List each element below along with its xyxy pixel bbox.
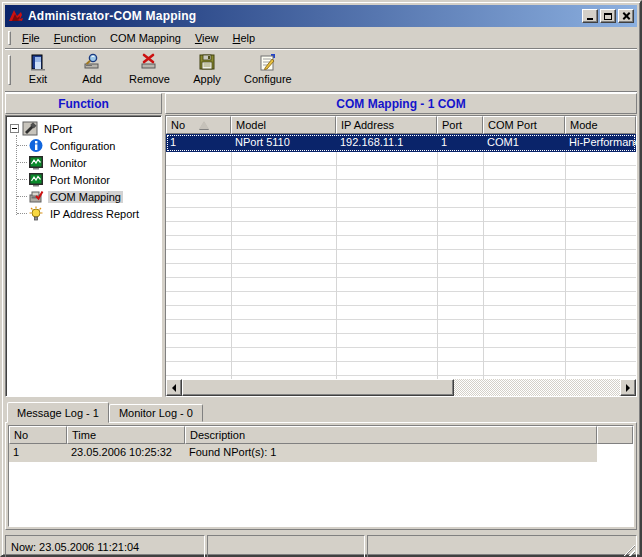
grid-header-row: No Model IP Address Port COM Port Mode <box>166 116 636 134</box>
log-panel: Message Log - 1 Monitor Log - 0 No Time … <box>5 401 637 530</box>
column-header-mode[interactable]: Mode <box>565 116 636 134</box>
tree-label-com-mapping[interactable]: COM Mapping <box>48 191 123 203</box>
minimize-button[interactable] <box>582 9 598 23</box>
log-cell-blank <box>597 444 633 462</box>
toolbar: Exit Add Remove <box>5 49 637 92</box>
cell-mode: Hi-Performance <box>565 134 636 152</box>
configure-label: Configure <box>244 73 292 85</box>
com-mapping-panel: COM Mapping - 1 COM No Model IP Address … <box>165 93 637 397</box>
cell-model: NPort 5110 <box>231 134 336 152</box>
cell-port: 1 <box>437 134 483 152</box>
tree-children: Configuration Monitor <box>28 137 159 222</box>
column-header-port[interactable]: Port <box>437 116 483 134</box>
function-panel: Function NPort <box>5 93 162 397</box>
menu-help[interactable]: Help <box>226 30 263 46</box>
collapse-icon[interactable] <box>10 124 19 133</box>
scrollbar-track[interactable] <box>182 379 620 396</box>
menu-view[interactable]: View <box>188 30 226 46</box>
close-icon <box>619 10 633 22</box>
toolbar-grip[interactable] <box>8 55 11 85</box>
menu-file[interactable]: File <box>15 30 47 46</box>
titlebar[interactable]: Administrator-COM Mapping <box>5 5 637 27</box>
close-button[interactable] <box>618 9 634 23</box>
log-column-header-description[interactable]: Description <box>185 426 597 444</box>
column-header-model[interactable]: Model <box>231 116 336 134</box>
log-cell-no: 1 <box>9 444 67 462</box>
log-column-header-blank[interactable] <box>597 426 633 444</box>
com-mapping-grid: No Model IP Address Port COM Port Mode 1… <box>165 115 637 397</box>
status-panel-3 <box>367 535 637 557</box>
log-column-header-no[interactable]: No <box>9 426 67 444</box>
log-column-header-time[interactable]: Time <box>67 426 185 444</box>
configure-button[interactable]: Configure <box>238 51 298 89</box>
add-label: Add <box>82 73 102 85</box>
exit-icon <box>28 53 48 72</box>
tree-label-ip-address-report[interactable]: IP Address Report <box>48 208 141 220</box>
cell-com-port: COM1 <box>483 134 565 152</box>
app-window: Administrator-COM Mapping File Function … <box>0 0 642 557</box>
log-empty-area[interactable] <box>9 462 633 526</box>
log-table-row[interactable]: 1 23.05.2006 10:25:32 Found NPort(s): 1 <box>9 444 633 462</box>
monitor-icon <box>28 155 44 170</box>
tree-node-configuration[interactable]: Configuration <box>28 137 159 154</box>
com-mapping-panel-title: COM Mapping - 1 COM <box>165 93 637 114</box>
apply-label: Apply <box>193 73 221 85</box>
table-row-selected[interactable]: 1 NPort 5110 192.168.11.1 1 COM1 Hi-Perf… <box>166 134 636 152</box>
statusbar: Now: 23.05.2006 11:21:04 <box>5 533 637 557</box>
bulb-icon <box>28 206 44 221</box>
app-icon <box>8 8 24 24</box>
tree-node-monitor[interactable]: Monitor <box>28 154 159 171</box>
tree-node-nport[interactable]: NPort <box>10 120 159 137</box>
add-icon <box>82 53 102 72</box>
apply-icon <box>197 53 217 72</box>
resize-grip[interactable] <box>622 543 635 556</box>
horizontal-scrollbar[interactable] <box>166 379 636 396</box>
info-icon <box>28 138 44 153</box>
sort-ascending-icon <box>199 121 209 129</box>
log-header-row: No Time Description <box>9 426 633 444</box>
menubar: File Function COM Mapping View Help <box>5 28 637 49</box>
add-button[interactable]: Add <box>69 51 115 89</box>
monitor-icon <box>28 172 44 187</box>
cell-no: 1 <box>166 134 231 152</box>
exit-label: Exit <box>29 73 47 85</box>
scroll-right-button[interactable] <box>620 379 636 396</box>
tree-label-monitor[interactable]: Monitor <box>48 157 89 169</box>
tree-label-port-monitor[interactable]: Port Monitor <box>48 174 112 186</box>
tree-node-port-monitor[interactable]: Port Monitor <box>28 171 159 188</box>
cell-ip-address: 192.168.11.1 <box>336 134 437 152</box>
tree-label-nport[interactable]: NPort <box>42 123 74 135</box>
menu-com-mapping[interactable]: COM Mapping <box>103 30 188 46</box>
main-area: Function NPort <box>5 93 637 397</box>
tools-icon <box>22 121 38 136</box>
remove-label: Remove <box>129 73 170 85</box>
apply-button[interactable]: Apply <box>184 51 230 89</box>
com-mapping-icon <box>28 189 44 204</box>
menubar-grip[interactable] <box>8 31 11 45</box>
scroll-left-button[interactable] <box>166 379 182 396</box>
tab-monitor-log[interactable]: Monitor Log - 0 <box>109 404 203 422</box>
exit-button[interactable]: Exit <box>15 51 61 89</box>
remove-icon <box>139 53 159 72</box>
status-now: Now: 23.05.2006 11:21:04 <box>5 535 205 557</box>
minimize-icon <box>587 18 593 20</box>
grid-empty-rows[interactable] <box>166 152 636 379</box>
function-panel-title: Function <box>5 93 162 114</box>
configure-icon <box>258 53 278 72</box>
scrollbar-thumb[interactable] <box>182 379 454 396</box>
tab-message-log[interactable]: Message Log - 1 <box>7 402 109 423</box>
remove-button[interactable]: Remove <box>123 51 176 89</box>
window-title: Administrator-COM Mapping <box>28 9 580 23</box>
tree-node-com-mapping[interactable]: COM Mapping <box>28 188 159 205</box>
maximize-icon <box>604 13 612 20</box>
tree-label-configuration[interactable]: Configuration <box>48 140 117 152</box>
column-header-no[interactable]: No <box>166 116 231 134</box>
menu-function[interactable]: Function <box>47 30 103 46</box>
log-cell-time: 23.05.2006 10:25:32 <box>67 444 185 462</box>
function-tree: NPort Configuration <box>5 115 162 397</box>
tree-node-ip-address-report[interactable]: IP Address Report <box>28 205 159 222</box>
maximize-button[interactable] <box>600 9 616 23</box>
arrow-left-icon <box>172 384 176 392</box>
column-header-com-port[interactable]: COM Port <box>483 116 565 134</box>
column-header-ip-address[interactable]: IP Address <box>336 116 437 134</box>
